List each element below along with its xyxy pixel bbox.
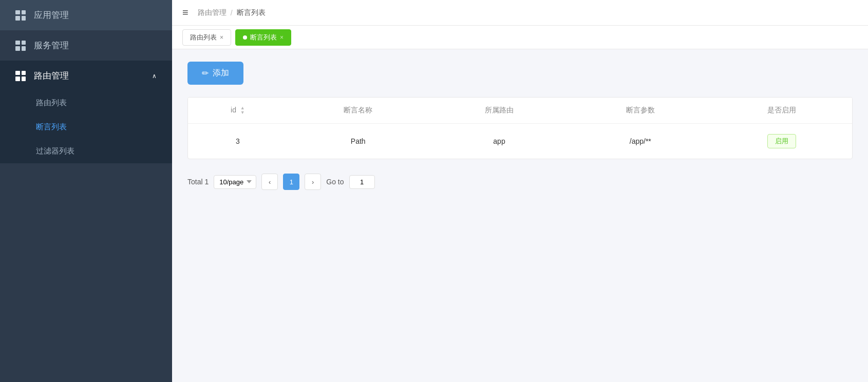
- menu-icon[interactable]: ≡: [182, 7, 188, 18]
- enable-badge[interactable]: 启用: [767, 134, 796, 148]
- sort-icon: ▲ ▼: [240, 106, 245, 115]
- table-header-row: id ▲ ▼ 断言名称 所属路由 断: [188, 98, 852, 124]
- tab-label: 路由列表: [190, 33, 217, 42]
- sidebar-submenu-route: 路由列表 断言列表 过滤器列表: [0, 91, 172, 163]
- breadcrumb-separator: /: [231, 9, 233, 17]
- sidebar-item-label: 应用管理: [34, 9, 69, 21]
- chevron-up-icon: ∧: [152, 72, 157, 80]
- predicate-table: id ▲ ▼ 断言名称 所属路由 断: [188, 98, 852, 159]
- tab-predicate-list[interactable]: 断言列表 ×: [235, 29, 291, 46]
- add-button[interactable]: ✏ 添加: [187, 62, 243, 85]
- prev-page-button[interactable]: ‹: [261, 174, 278, 190]
- tabs-bar: 路由列表 × 断言列表 ×: [172, 26, 868, 49]
- tab-close-icon[interactable]: ×: [280, 34, 284, 41]
- col-header-id[interactable]: id ▲ ▼: [188, 98, 288, 124]
- cell-route: app: [429, 124, 570, 159]
- sidebar-subitem-filter-list[interactable]: 过滤器列表: [0, 139, 172, 163]
- col-header-params: 断言参数: [570, 98, 711, 124]
- next-page-button[interactable]: ›: [305, 174, 321, 190]
- sidebar-item-app-mgmt[interactable]: 应用管理: [0, 0, 172, 30]
- tab-active-dot: [243, 35, 247, 40]
- content-area: ✏ 添加 id ▲ ▼ 断言名称: [172, 49, 868, 382]
- col-header-enabled: 是否启用: [711, 98, 852, 124]
- pagination: Total 1 10/page 20/page 50/page ‹ 1 › Go…: [187, 171, 853, 192]
- cell-enabled: 启用: [711, 124, 852, 159]
- sidebar: 应用管理 服务管理 路由管理 ∧ 路由列表 断言列表 过滤器列表: [0, 0, 172, 382]
- tab-route-list[interactable]: 路由列表 ×: [182, 29, 231, 46]
- page-size-select[interactable]: 10/page 20/page 50/page: [214, 175, 256, 189]
- breadcrumb: 路由管理 / 断言列表: [198, 8, 266, 17]
- current-page-button[interactable]: 1: [283, 174, 299, 190]
- cell-name: Path: [288, 124, 429, 159]
- breadcrumb-parent: 路由管理: [198, 8, 227, 17]
- cell-params: /app/**: [570, 124, 711, 159]
- total-label: Total 1: [187, 178, 209, 186]
- header: ≡ 路由管理 / 断言列表: [172, 0, 868, 26]
- col-header-route: 所属路由: [429, 98, 570, 124]
- breadcrumb-current: 断言列表: [237, 8, 266, 17]
- sidebar-item-route-mgmt[interactable]: 路由管理 ∧: [0, 61, 172, 91]
- sidebar-subitem-predicate-list[interactable]: 断言列表: [0, 115, 172, 139]
- sidebar-item-label: 路由管理: [34, 70, 69, 82]
- sidebar-subitem-route-list[interactable]: 路由列表: [0, 91, 172, 115]
- table-row: 3 Path app /app/** 启用: [188, 124, 852, 159]
- sidebar-item-label: 服务管理: [34, 40, 69, 51]
- main-content: ≡ 路由管理 / 断言列表 路由列表 × 断言列表 × ✏ 添加: [172, 0, 868, 382]
- grid-icon: [15, 71, 26, 81]
- grid-icon: [15, 41, 26, 51]
- cell-id: 3: [188, 124, 288, 159]
- current-page-label: 1: [290, 178, 293, 186]
- add-button-label: 添加: [213, 68, 229, 79]
- tab-close-icon[interactable]: ×: [220, 34, 223, 41]
- goto-label: Go to: [326, 178, 344, 186]
- sidebar-item-service-mgmt[interactable]: 服务管理: [0, 30, 172, 61]
- add-icon: ✏: [202, 68, 209, 78]
- tab-label: 断言列表: [250, 33, 277, 42]
- goto-input[interactable]: [349, 175, 375, 189]
- grid-icon: [15, 10, 26, 21]
- col-header-name: 断言名称: [288, 98, 429, 124]
- predicate-table-wrapper: id ▲ ▼ 断言名称 所属路由 断: [187, 97, 853, 159]
- prev-icon: ‹: [269, 178, 271, 186]
- next-icon: ›: [312, 178, 314, 186]
